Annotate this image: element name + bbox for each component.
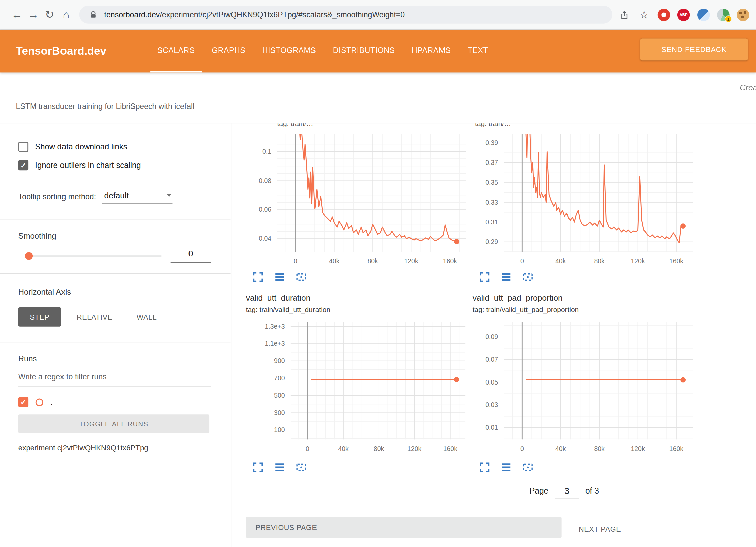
- svg-text:900: 900: [274, 357, 285, 364]
- smoothing-slider-track[interactable]: [29, 256, 162, 257]
- svg-text:40k: 40k: [555, 445, 566, 452]
- svg-text:40k: 40k: [338, 445, 349, 452]
- svg-text:0.05: 0.05: [485, 378, 498, 386]
- chart-top-right[interactable]: 0.290.310.330.350.370.39040k80k120k160k: [470, 134, 693, 265]
- chart-bottom-right[interactable]: 0.010.030.050.070.09040k80k120k160k: [470, 322, 693, 453]
- send-feedback-button[interactable]: SEND FEEDBACK: [640, 38, 748, 60]
- runs-label: Runs: [18, 354, 211, 363]
- svg-text:0.37: 0.37: [485, 159, 498, 166]
- axis-relative-button[interactable]: RELATIVE: [68, 307, 121, 327]
- svg-text:0.03: 0.03: [485, 401, 498, 408]
- tab-histograms[interactable]: HISTOGRAMS: [255, 30, 323, 72]
- svg-text:120k: 120k: [631, 445, 645, 452]
- page-label: Page: [529, 486, 548, 498]
- svg-text:120k: 120k: [404, 257, 418, 265]
- svg-text:0: 0: [294, 257, 297, 265]
- url-domain: tensorboard.dev: [104, 10, 160, 19]
- chart-bottom-left[interactable]: 1003005007009001.1e+31.3e+3040k80k120k16…: [244, 322, 466, 453]
- forward-icon[interactable]: →: [25, 8, 41, 21]
- run-checkbox[interactable]: [18, 397, 28, 407]
- tab-scalars[interactable]: SCALARS: [151, 30, 202, 72]
- back-icon[interactable]: ←: [9, 8, 25, 21]
- horizontal-axis-label: Horizontal Axis: [18, 288, 211, 297]
- previous-page-button[interactable]: PREVIOUS PAGE: [246, 517, 562, 538]
- reload-icon[interactable]: ↻: [41, 8, 58, 21]
- chart-tag: tag: train/valid_utt_pad_proportion: [473, 306, 579, 314]
- profile-avatar[interactable]: 1: [717, 8, 730, 21]
- toggle-all-runs-button[interactable]: TOGGLE ALL RUNS: [18, 414, 209, 433]
- address-bar[interactable]: tensorboard.dev/experiment/cj2vtPiwQHKN9…: [79, 6, 613, 23]
- svg-text:700: 700: [274, 374, 285, 382]
- ignore-outliers-row: Ignore outliers in chart scaling: [18, 160, 211, 170]
- next-page-button[interactable]: NEXT PAGE: [574, 522, 626, 536]
- url-path: /experiment/cj2vtPiwQHKN9Q1tx6PTpg/#scal…: [160, 10, 405, 19]
- svg-text:0: 0: [306, 445, 309, 452]
- expand-chart-icon[interactable]: [252, 270, 264, 283]
- run-row: .: [18, 397, 211, 407]
- tooltip-sorting-label: Tooltip sorting method:: [18, 193, 96, 204]
- svg-text:0.07: 0.07: [485, 356, 498, 363]
- svg-text:0.01: 0.01: [485, 424, 498, 431]
- tab-graphs[interactable]: GRAPHS: [205, 30, 252, 72]
- chart-toolbar: [252, 461, 307, 474]
- svg-text:120k: 120k: [407, 445, 421, 452]
- expand-chart-icon[interactable]: [252, 461, 264, 474]
- page-number-input[interactable]: [555, 487, 578, 498]
- tab-hparams[interactable]: HPARAMS: [405, 30, 458, 72]
- svg-text:80k: 80k: [594, 257, 605, 265]
- chart-top-left[interactable]: 0.040.060.080.1040k80k120k160k: [244, 134, 466, 265]
- data-table-icon[interactable]: [273, 270, 286, 283]
- axis-wall-button[interactable]: WALL: [128, 307, 165, 327]
- svg-text:40k: 40k: [555, 257, 566, 265]
- data-table-icon[interactable]: [500, 461, 513, 474]
- blue-extension-icon[interactable]: [697, 8, 710, 21]
- fit-domain-icon[interactable]: [295, 270, 308, 283]
- data-table-icon[interactable]: [500, 270, 513, 283]
- adblock-extension-icon[interactable]: [658, 8, 670, 21]
- svg-text:120k: 120k: [631, 257, 645, 265]
- home-icon[interactable]: ⌂: [58, 8, 74, 21]
- ignore-outliers-label[interactable]: Ignore outliers in chart scaling: [35, 160, 141, 170]
- chart-tag: tag: train/valid_utt_duration: [246, 306, 330, 314]
- smoothing-slider-thumb[interactable]: [25, 252, 33, 260]
- main-nav: SCALARS GRAPHS HISTOGRAMS DISTRIBUTIONS …: [151, 30, 495, 72]
- cookie-icon[interactable]: [737, 8, 749, 21]
- expand-chart-icon[interactable]: [478, 461, 491, 474]
- data-table-icon[interactable]: [273, 461, 286, 474]
- app-header: TensorBoard.dev SCALARS GRAPHS HISTOGRAM…: [0, 30, 756, 72]
- page-total-label: of 3: [585, 486, 599, 498]
- divider: [0, 342, 231, 342]
- fit-domain-icon[interactable]: [522, 461, 534, 474]
- url-text: tensorboard.dev/experiment/cj2vtPiwQHKN9…: [104, 10, 405, 19]
- pagination: Page of 3: [529, 486, 599, 498]
- svg-text:0.29: 0.29: [485, 238, 498, 245]
- fit-domain-icon[interactable]: [522, 270, 534, 283]
- content: Show data download links Ignore outliers…: [0, 123, 756, 547]
- svg-text:160k: 160k: [443, 445, 457, 452]
- show-download-checkbox[interactable]: [18, 142, 28, 152]
- svg-text:80k: 80k: [367, 257, 378, 265]
- svg-text:0.31: 0.31: [485, 218, 498, 226]
- lock-icon[interactable]: [87, 8, 100, 21]
- show-download-label[interactable]: Show data download links: [35, 142, 127, 151]
- runs-filter-input[interactable]: [18, 370, 211, 386]
- experiment-description: LSTM transducer training for LibriSpeech…: [16, 102, 195, 111]
- page: ← → ↻ ⌂ tensorboard.dev/experiment/cj2vt…: [0, 0, 756, 547]
- share-icon[interactable]: [618, 8, 631, 21]
- bookmark-star-icon[interactable]: ☆: [638, 8, 651, 21]
- created-clipped-text: Crea: [740, 83, 756, 93]
- svg-text:160k: 160k: [443, 257, 457, 265]
- fit-domain-icon[interactable]: [295, 461, 308, 474]
- tab-text[interactable]: TEXT: [461, 30, 495, 72]
- expand-chart-icon[interactable]: [478, 270, 491, 283]
- tab-distributions[interactable]: DISTRIBUTIONS: [326, 30, 402, 72]
- smoothing-value-input[interactable]: [171, 247, 211, 263]
- axis-step-button[interactable]: STEP: [18, 307, 61, 327]
- svg-text:0.09: 0.09: [485, 333, 498, 340]
- ignore-outliers-checkbox[interactable]: [18, 160, 28, 170]
- svg-text:80k: 80k: [594, 445, 605, 452]
- chart-title: valid_utt_pad_proportion: [473, 293, 563, 303]
- tooltip-sorting-select[interactable]: default: [102, 191, 173, 204]
- abp-extension-icon[interactable]: ABP: [677, 8, 690, 21]
- clipped-chart-tag: tag: train/…: [475, 123, 610, 130]
